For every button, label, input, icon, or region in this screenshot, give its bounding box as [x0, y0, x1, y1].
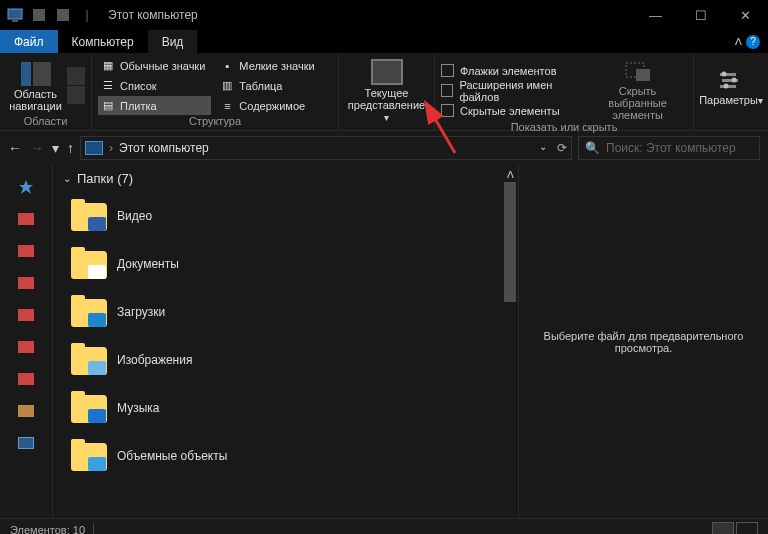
view-details-button[interactable] — [712, 522, 734, 535]
checkbox-hidden[interactable]: Скрытые элементы — [441, 102, 588, 120]
collapse-ribbon-icon[interactable]: ᐱ — [735, 36, 742, 47]
location-icon — [85, 141, 103, 155]
svg-marker-14 — [19, 180, 33, 194]
minimize-button[interactable]: — — [633, 0, 678, 30]
svg-rect-0 — [8, 9, 22, 19]
nav-back-button[interactable]: ← — [8, 140, 22, 156]
file-list: ⌄ Папки (7) ВидеоДокументыЗагрузкиИзобра… — [53, 165, 502, 518]
svg-rect-5 — [33, 62, 51, 86]
hide-icon — [624, 59, 652, 83]
folder-icon — [71, 296, 107, 328]
window-title: Этот компьютер — [108, 8, 198, 22]
sidebar-item[interactable] — [0, 395, 52, 427]
folder-icon — [71, 248, 107, 280]
group-label-show-hide: Показать или скрыть — [441, 121, 687, 134]
sidebar-item[interactable] — [0, 235, 52, 267]
qat-dropdown-icon[interactable] — [52, 4, 74, 26]
qat-separator: | — [76, 4, 98, 26]
breadcrumb[interactable]: Этот компьютер — [119, 141, 209, 155]
svg-point-13 — [724, 83, 729, 88]
breadcrumb-separator: › — [109, 141, 113, 155]
layout-regular-icons[interactable]: ▦Обычные значки — [98, 56, 211, 75]
sidebar-item[interactable] — [0, 203, 52, 235]
hide-selected-button[interactable]: Скрыть выбранные элементы — [588, 56, 687, 121]
folder-item[interactable]: Видео — [71, 192, 502, 240]
menubar: Файл Компьютер Вид ᐱ ? — [0, 30, 768, 54]
address-history-dropdown[interactable]: ⌄ — [539, 141, 547, 155]
folder-icon — [71, 200, 107, 232]
tab-file[interactable]: Файл — [0, 30, 58, 53]
navigation-pane-button[interactable]: Область навигации — [6, 60, 65, 112]
layout-small-icons[interactable]: ▪Мелкие значки — [217, 56, 320, 75]
search-icon: 🔍 — [585, 141, 600, 155]
status-item-count: Элементов: 10 — [10, 524, 85, 535]
addressbar: ← → ▾ ↑ › Этот компьютер ⌄ ⟳ 🔍 Поиск: Эт… — [0, 131, 768, 165]
sidebar-item[interactable] — [0, 363, 52, 395]
sidebar-item-quick[interactable] — [0, 171, 52, 203]
checkbox-extensions[interactable]: Расширения имен файлов — [441, 82, 588, 100]
svg-rect-1 — [12, 20, 18, 22]
folder-name: Музыка — [117, 401, 159, 415]
nav-forward-button[interactable]: → — [30, 140, 44, 156]
folder-icon — [71, 392, 107, 424]
sidebar-item[interactable] — [0, 331, 52, 363]
scrollbar-vertical[interactable]: ᐱ — [502, 165, 518, 518]
sidebar-item[interactable] — [0, 427, 52, 459]
group-label-structure: Структура — [98, 115, 332, 128]
close-button[interactable]: ✕ — [723, 0, 768, 30]
scroll-up-icon[interactable]: ᐱ — [507, 169, 514, 180]
parameters-icon — [718, 68, 744, 92]
svg-rect-4 — [21, 62, 31, 86]
titlebar: | Этот компьютер — ☐ ✕ — [0, 0, 768, 30]
preview-pane: Выберите файл для предварительного просм… — [518, 165, 768, 518]
layout-content[interactable]: ≡Содержимое — [217, 96, 320, 115]
scrollbar-thumb[interactable] — [504, 182, 516, 302]
nav-up-button[interactable]: ↑ — [67, 140, 74, 156]
parameters-button[interactable]: Параметры▾ — [700, 65, 762, 107]
svg-rect-2 — [33, 9, 45, 21]
app-icon — [4, 4, 26, 26]
search-input[interactable]: 🔍 Поиск: Этот компьютер — [578, 136, 760, 160]
refresh-button[interactable]: ⟳ — [557, 141, 567, 155]
folder-group-header[interactable]: ⌄ Папки (7) — [53, 165, 502, 192]
folder-icon — [71, 344, 107, 376]
folder-item[interactable]: Загрузки — [71, 288, 502, 336]
folder-icon — [71, 440, 107, 472]
svg-point-12 — [732, 77, 737, 82]
ribbon: Область навигации Области ▦Обычные значк… — [0, 54, 768, 131]
svg-rect-7 — [636, 69, 650, 81]
collapse-icon: ⌄ — [63, 173, 71, 184]
folder-name: Документы — [117, 257, 179, 271]
folder-item[interactable]: Музыка — [71, 384, 502, 432]
layout-list[interactable]: ☰Список — [98, 76, 211, 95]
tab-view[interactable]: Вид — [148, 30, 198, 53]
nav-recent-dropdown[interactable]: ▾ — [52, 140, 59, 156]
sidebar — [0, 165, 53, 518]
preview-pane-icon[interactable] — [67, 67, 85, 85]
checkbox-flags[interactable]: Флажки элементов — [441, 62, 588, 80]
folder-item[interactable]: Документы — [71, 240, 502, 288]
sidebar-item[interactable] — [0, 299, 52, 331]
current-view-button[interactable]: Текущее представление ▾ — [345, 56, 428, 124]
address-path[interactable]: › Этот компьютер ⌄ ⟳ — [80, 136, 572, 160]
tab-computer[interactable]: Компьютер — [58, 30, 148, 53]
statusbar: Элементов: 10 — [0, 518, 768, 534]
layout-tile[interactable]: ▤Плитка — [98, 96, 211, 115]
content-area: ⌄ Папки (7) ВидеоДокументыЗагрузкиИзобра… — [0, 165, 768, 518]
qat-properties-icon[interactable] — [28, 4, 50, 26]
help-icon[interactable]: ? — [746, 35, 760, 49]
search-placeholder: Поиск: Этот компьютер — [606, 141, 736, 155]
details-pane-icon[interactable] — [67, 86, 85, 104]
folder-name: Объемные объекты — [117, 449, 227, 463]
folder-item[interactable]: Изображения — [71, 336, 502, 384]
preview-placeholder-text: Выберите файл для предварительного просм… — [539, 330, 748, 354]
svg-rect-3 — [57, 9, 69, 21]
layout-table[interactable]: ▥Таблица — [217, 76, 320, 95]
maximize-button[interactable]: ☐ — [678, 0, 723, 30]
view-icons-button[interactable] — [736, 522, 758, 535]
sidebar-item[interactable] — [0, 267, 52, 299]
folder-name: Загрузки — [117, 305, 165, 319]
folder-name: Изображения — [117, 353, 192, 367]
svg-point-11 — [722, 71, 727, 76]
folder-item[interactable]: Объемные объекты — [71, 432, 502, 480]
